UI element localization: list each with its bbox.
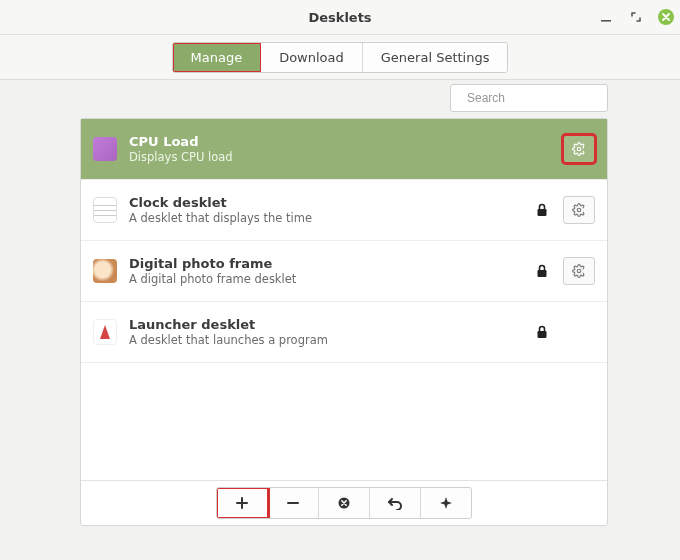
- lock-icon: [533, 264, 551, 278]
- search-box[interactable]: [450, 84, 608, 112]
- desklet-icon: [93, 259, 117, 283]
- svg-rect-6: [538, 270, 547, 277]
- undo-button[interactable]: [370, 488, 421, 518]
- tab-general-settings[interactable]: General Settings: [363, 43, 508, 72]
- desklet-description: A digital photo frame desklet: [129, 272, 521, 286]
- list-item[interactable]: Launcher desklet A desklet that launches…: [81, 302, 607, 363]
- svg-point-3: [577, 147, 581, 151]
- gear-icon: [572, 203, 586, 217]
- svg-point-9: [339, 498, 350, 509]
- settings-slot: [563, 135, 595, 163]
- lock-icon: [533, 203, 551, 217]
- desklet-title: CPU Load: [129, 134, 521, 150]
- desklet-description: A desklet that launches a program: [129, 333, 521, 347]
- svg-rect-8: [538, 331, 547, 338]
- more-button[interactable]: [421, 488, 471, 518]
- tab-toolbar: Manage Download General Settings: [0, 35, 680, 80]
- desklet-list: CPU Load Displays CPU load Clock desklet…: [81, 119, 607, 480]
- maximize-button[interactable]: [628, 9, 644, 25]
- desklet-title: Digital photo frame: [129, 256, 521, 272]
- desklet-text: Digital photo frame A digital photo fram…: [129, 256, 521, 287]
- search-input[interactable]: [465, 90, 619, 106]
- add-button[interactable]: [217, 488, 268, 518]
- plus-icon: [235, 496, 249, 510]
- lock-icon: [533, 325, 551, 339]
- search-row: [0, 78, 680, 118]
- close-button[interactable]: [658, 9, 674, 25]
- svg-rect-0: [601, 20, 611, 22]
- settings-slot: [563, 196, 595, 224]
- sparkle-icon: [439, 496, 453, 510]
- action-toolbar: [81, 480, 607, 525]
- desklet-title: Launcher desklet: [129, 317, 521, 333]
- list-item[interactable]: Digital photo frame A digital photo fram…: [81, 241, 607, 302]
- content-area: CPU Load Displays CPU load Clock desklet…: [0, 78, 680, 560]
- remove-button[interactable]: [268, 488, 319, 518]
- desklet-icon: [93, 137, 117, 161]
- desklet-icon: [93, 320, 117, 344]
- minus-icon: [286, 496, 300, 510]
- svg-point-5: [577, 208, 581, 212]
- gear-icon: [572, 142, 586, 156]
- svg-rect-4: [538, 209, 547, 216]
- settings-button[interactable]: [563, 257, 595, 285]
- cancel-icon: [337, 496, 351, 510]
- desklet-description: Displays CPU load: [129, 150, 521, 164]
- tab-group: Manage Download General Settings: [172, 42, 509, 73]
- window-title: Desklets: [308, 10, 371, 25]
- desklet-text: CPU Load Displays CPU load: [129, 134, 521, 165]
- tab-manage[interactable]: Manage: [173, 43, 262, 72]
- tab-download[interactable]: Download: [261, 43, 363, 72]
- desklet-title: Clock desklet: [129, 195, 521, 211]
- undo-icon: [387, 496, 403, 510]
- action-button-strip: [216, 487, 472, 519]
- settings-slot: [563, 257, 595, 285]
- settings-button[interactable]: [563, 196, 595, 224]
- desklet-description: A desklet that displays the time: [129, 211, 521, 225]
- delete-button[interactable]: [319, 488, 370, 518]
- titlebar: Desklets: [0, 0, 680, 35]
- svg-point-7: [577, 269, 581, 273]
- gear-icon: [572, 264, 586, 278]
- desklet-text: Clock desklet A desklet that displays th…: [129, 195, 521, 226]
- desklet-text: Launcher desklet A desklet that launches…: [129, 317, 521, 348]
- settings-button[interactable]: [563, 135, 595, 163]
- list-item[interactable]: CPU Load Displays CPU load: [81, 119, 607, 180]
- list-item[interactable]: Clock desklet A desklet that displays th…: [81, 180, 607, 241]
- minimize-button[interactable]: [598, 9, 614, 25]
- desklet-panel: CPU Load Displays CPU load Clock desklet…: [80, 118, 608, 526]
- window-controls: [598, 0, 674, 34]
- desklet-icon: [93, 198, 117, 222]
